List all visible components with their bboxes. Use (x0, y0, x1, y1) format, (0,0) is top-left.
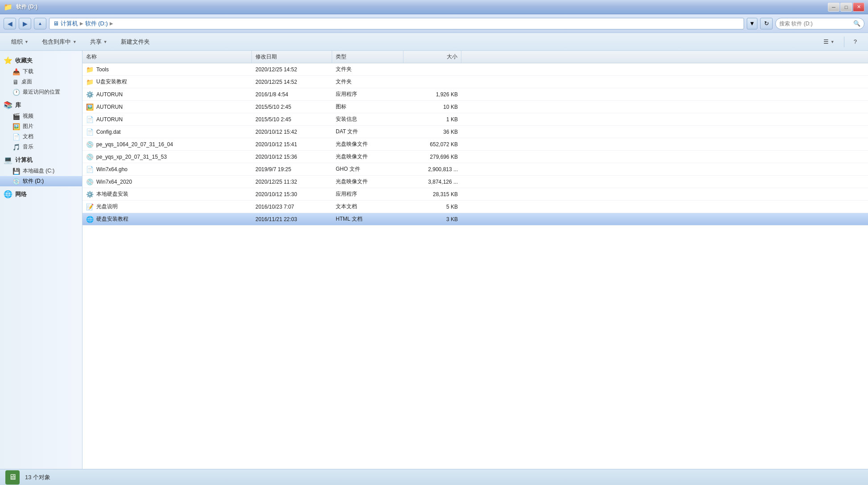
addressbar: ◀ ▶ ▲ 🖥 计算机 ▶ 软件 (D:) ▶ ▼ ↻ 🔍 (0, 14, 868, 33)
table-row[interactable]: 📄Config.dat2020/10/12 15:42DAT 文件36 KB (82, 126, 868, 138)
library-label: 库 (15, 101, 21, 109)
sidebar-section-library: 📚 库 🎬 视频 🖼️ 图片 📄 文档 🎵 音乐 (0, 99, 82, 152)
search-box[interactable]: 🔍 (775, 18, 864, 29)
sidebar-library-header[interactable]: 📚 库 (0, 99, 82, 111)
sidebar-item-music[interactable]: 🎵 音乐 (0, 142, 82, 152)
network-label: 网络 (15, 190, 27, 198)
file-type-icon: ⚙️ (86, 191, 94, 198)
address-dropdown[interactable]: ▼ (747, 18, 757, 29)
col-header-date[interactable]: 修改日期 (252, 51, 332, 63)
sidebar-item-downloads[interactable]: 📥 下载 (0, 66, 82, 77)
file-name: AUTORUN (96, 104, 123, 110)
sidebar-item-recent[interactable]: 🕐 最近访问的位置 (0, 87, 82, 97)
path-computer: 🖥 计算机 (53, 20, 78, 28)
sidebar-item-local-c[interactable]: 💾 本地磁盘 (C:) (0, 166, 82, 176)
close-button[interactable]: ✕ (853, 3, 864, 12)
network-icon: 🌐 (4, 190, 12, 198)
file-name-cell: 📝光盘说明 (82, 203, 252, 210)
file-name-cell: ⚙️本地硬盘安装 (82, 190, 252, 198)
file-type-cell: 图标 (332, 103, 403, 111)
file-type-cell: GHO 文件 (332, 165, 403, 173)
file-date-cell: 2020/10/12 15:41 (252, 141, 332, 148)
downloads-icon: 📥 (12, 68, 20, 75)
file-list: 📁Tools2020/12/25 14:52文件夹📁U盘安装教程2020/12/… (82, 63, 868, 469)
sidebar-item-desktop[interactable]: 🖥 桌面 (0, 77, 82, 87)
titlebar-left: 📁 软件 (D:) (4, 3, 37, 11)
table-row[interactable]: 🖼️AUTORUN2015/5/10 2:45图标10 KB (82, 101, 868, 113)
table-row[interactable]: 📝光盘说明2016/10/23 7:07文本文档5 KB (82, 201, 868, 213)
refresh-button[interactable]: ↻ (760, 18, 773, 29)
table-row[interactable]: 💿pe_yqs_xp_20_07_31_15_532020/10/12 15:3… (82, 151, 868, 163)
toolbar: 组织 ▼ 包含到库中 ▼ 共享 ▼ 新建文件夹 ☰ ▼ ? (0, 33, 868, 51)
documents-icon: 📄 (12, 133, 20, 140)
include-library-button[interactable]: 包含到库中 ▼ (36, 35, 82, 49)
table-row[interactable]: 💿Win7x64_20202020/12/25 11:32光盘映像文件3,874… (82, 176, 868, 188)
table-row[interactable]: 📁Tools2020/12/25 14:52文件夹 (82, 63, 868, 76)
new-folder-button[interactable]: 新建文件夹 (115, 35, 156, 49)
minimize-button[interactable]: ─ (828, 3, 839, 12)
sidebar-item-software-d[interactable]: 💿 软件 (D:) (0, 176, 82, 186)
file-name-cell: 💿Win7x64_2020 (82, 178, 252, 185)
desktop-icon: 🖥 (12, 78, 19, 86)
file-name-cell: 🌐硬盘安装教程 (82, 215, 252, 223)
file-type-icon: 📄 (86, 166, 94, 173)
file-name: 光盘说明 (96, 203, 118, 210)
file-size-cell: 1 KB (403, 116, 461, 123)
organize-button[interactable]: 组织 ▼ (5, 35, 34, 49)
view-icon: ☰ (823, 38, 829, 45)
col-header-name[interactable]: 名称 (82, 51, 252, 63)
status-count: 13 个对象 (25, 473, 50, 481)
titlebar-title: 软件 (D:) (16, 3, 37, 11)
sidebar-item-documents[interactable]: 📄 文档 (0, 132, 82, 142)
downloads-label: 下载 (23, 68, 33, 75)
file-type-icon: 💿 (86, 141, 94, 148)
file-size-cell: 2,900,813 ... (403, 166, 461, 173)
desktop-label: 桌面 (21, 78, 32, 86)
titlebar-controls: ─ □ ✕ (828, 3, 864, 12)
table-row[interactable]: ⚙️AUTORUN2016/1/8 4:54应用程序1,926 KB (82, 88, 868, 101)
table-row[interactable]: ⚙️本地硬盘安装2020/10/12 15:30应用程序28,315 KB (82, 188, 868, 201)
sidebar-item-videos[interactable]: 🎬 视频 (0, 111, 82, 121)
search-input[interactable] (779, 21, 852, 27)
file-name: Win7x64_2020 (96, 179, 132, 185)
file-name-cell: 📄Config.dat (82, 128, 252, 136)
file-date-cell: 2020/12/25 11:32 (252, 179, 332, 185)
help-button[interactable]: ? (848, 35, 863, 49)
sidebar-network-header[interactable]: 🌐 网络 (0, 188, 82, 200)
file-date-cell: 2020/10/12 15:42 (252, 129, 332, 135)
file-date-cell: 2015/5/10 2:45 (252, 116, 332, 123)
table-row[interactable]: 🌐硬盘安装教程2016/11/21 22:03HTML 文档3 KB (82, 213, 868, 226)
toolbar-separator (844, 37, 844, 47)
file-name: Config.dat (96, 129, 121, 135)
sidebar-computer-header[interactable]: 💻 计算机 (0, 154, 82, 166)
sidebar-item-pictures[interactable]: 🖼️ 图片 (0, 121, 82, 132)
sidebar-favorites-header[interactable]: ⭐ 收藏夹 (0, 54, 82, 66)
table-row[interactable]: 📄AUTORUN2015/5/10 2:45安装信息1 KB (82, 113, 868, 126)
share-button[interactable]: 共享 ▼ (84, 35, 113, 49)
file-type-cell: 光盘映像文件 (332, 178, 403, 185)
recent-icon: 🕐 (12, 89, 20, 96)
col-header-size[interactable]: 大小 (403, 51, 461, 63)
maximize-button[interactable]: □ (840, 3, 852, 12)
table-row[interactable]: 📄Win7x64.gho2019/9/7 19:25GHO 文件2,900,81… (82, 163, 868, 176)
documents-label: 文档 (23, 133, 33, 140)
forward-button[interactable]: ▶ (19, 18, 31, 29)
up-button[interactable]: ▲ (34, 18, 46, 29)
address-path[interactable]: 🖥 计算机 ▶ 软件 (D:) ▶ (49, 18, 744, 29)
file-name-cell: 📁U盘安装教程 (82, 78, 252, 86)
file-date-cell: 2020/10/12 15:30 (252, 191, 332, 197)
back-button[interactable]: ◀ (4, 18, 16, 29)
table-row[interactable]: 💿pe_yqs_1064_20_07_31_16_042020/10/12 15… (82, 138, 868, 151)
sidebar-section-computer: 💻 计算机 💾 本地磁盘 (C:) 💿 软件 (D:) (0, 154, 82, 186)
search-icon[interactable]: 🔍 (853, 20, 860, 27)
file-name: 硬盘安装教程 (96, 215, 128, 223)
table-row[interactable]: 📁U盘安装教程2020/12/25 14:52文件夹 (82, 76, 868, 88)
col-header-type[interactable]: 类型 (332, 51, 403, 63)
view-button[interactable]: ☰ ▼ (818, 35, 840, 49)
file-name: pe_yqs_xp_20_07_31_15_53 (96, 154, 167, 160)
file-size-cell: 3 KB (403, 216, 461, 222)
share-dropdown-arrow: ▼ (103, 40, 107, 44)
include-library-label: 包含到库中 (42, 38, 71, 46)
file-size-cell: 3,874,126 ... (403, 179, 461, 185)
videos-icon: 🎬 (12, 113, 20, 120)
